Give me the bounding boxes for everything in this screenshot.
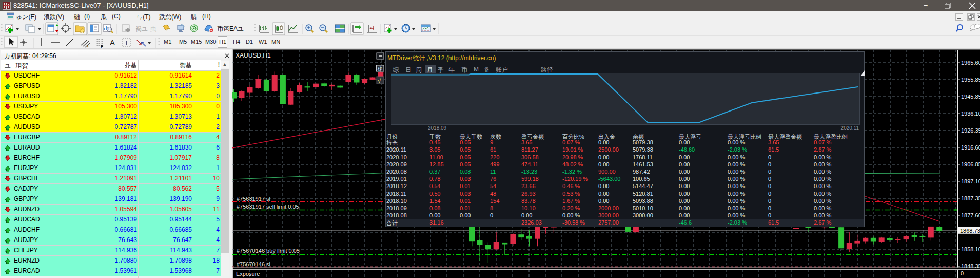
svg-text:1858.10: 1858.10 bbox=[961, 246, 980, 252]
svg-text:XAUUSD,H1: XAUUSD,H1 bbox=[236, 52, 271, 59]
svg-text:移: 移 bbox=[378, 66, 383, 71]
svg-text:1897.10: 1897.10 bbox=[961, 178, 980, 184]
svg-text:0: 0 bbox=[961, 270, 964, 276]
svg-text:#75670146 sl: #75670146 sl bbox=[237, 261, 270, 267]
svg-text:1868.73: 1868.73 bbox=[960, 228, 980, 234]
svg-text:T: T bbox=[125, 40, 128, 46]
svg-text:1887.35: 1887.35 bbox=[961, 195, 980, 201]
svg-text:1926.35: 1926.35 bbox=[961, 127, 980, 134]
svg-text:#75631917 sl: #75631917 sl bbox=[237, 196, 270, 202]
svg-text:币笆EAユ: 币笆EAユ bbox=[217, 25, 244, 32]
svg-text:褐ユ: 褐ユ bbox=[135, 25, 148, 32]
svg-text:1965.60: 1965.60 bbox=[961, 60, 980, 66]
svg-text:1945.85: 1945.85 bbox=[961, 94, 980, 100]
svg-text:F: F bbox=[101, 44, 103, 48]
svg-text:1936.10: 1936.10 bbox=[961, 110, 980, 117]
svg-text:1906.85: 1906.85 bbox=[961, 161, 980, 168]
svg-text:1877.60: 1877.60 bbox=[961, 212, 980, 218]
svg-text:1916.60: 1916.60 bbox=[961, 144, 980, 151]
svg-text:1848.35: 1848.35 bbox=[961, 263, 980, 269]
svg-text:A: A bbox=[110, 38, 115, 47]
svg-text:1955.85: 1955.85 bbox=[961, 77, 980, 83]
svg-text:√: √ bbox=[378, 77, 381, 84]
svg-text:虫: 虫 bbox=[150, 25, 156, 32]
svg-text:E: E bbox=[87, 44, 90, 48]
svg-text:#75631917 sell limit 0.05: #75631917 sell limit 0.05 bbox=[237, 203, 299, 210]
svg-text:Exposure: Exposure bbox=[236, 271, 260, 277]
svg-text:#75670146 buy limit 0.05: #75670146 buy limit 0.05 bbox=[237, 248, 300, 254]
